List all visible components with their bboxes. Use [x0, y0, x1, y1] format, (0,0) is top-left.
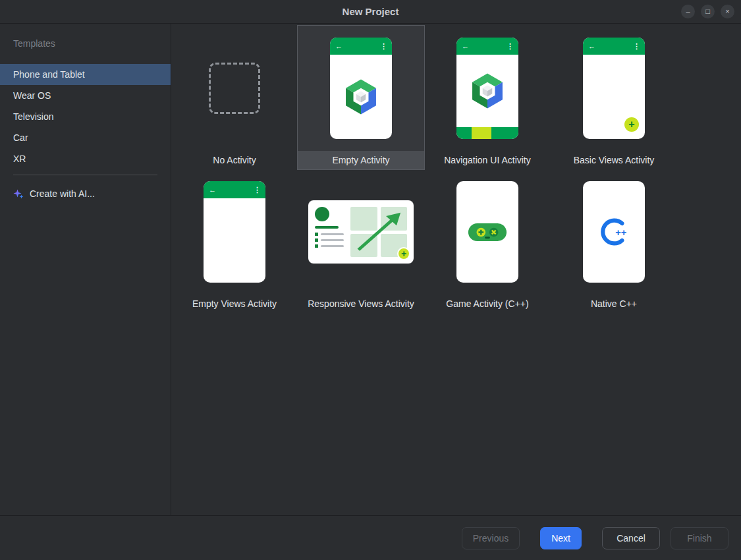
template-card-responsive-views-activity[interactable]: + Responsive Views Activity [298, 169, 424, 313]
template-label: Native C++ [551, 294, 677, 313]
template-label: Basic Views Activity [551, 151, 677, 169]
fab-plus-icon: + [397, 247, 410, 260]
list-bullet [315, 244, 318, 248]
basic-views-preview: ← ⋮ + [583, 38, 645, 139]
template-grid: No Activity ← ⋮ [171, 26, 741, 313]
template-card-empty-views-activity[interactable]: ← ⋮ Empty Views Activity [171, 169, 298, 313]
new-project-dialog: New Project – □ × Templates Phone and Ta… [0, 0, 741, 560]
titlebar[interactable]: New Project – □ × [0, 0, 741, 24]
list-title-line [315, 226, 339, 229]
template-label: Empty Activity [298, 151, 424, 169]
kebab-menu-icon: ⋮ [633, 42, 640, 51]
template-gallery: No Activity ← ⋮ [171, 24, 741, 515]
compose-logo-icon [468, 72, 507, 110]
back-arrow-icon: ← [335, 42, 343, 50]
sidebar-item-label: Car [13, 132, 28, 143]
sidebar-item-label: Television [13, 111, 53, 122]
sidebar-item-label: XR [13, 154, 26, 164]
sidebar-item-television[interactable]: Television [0, 106, 171, 127]
kebab-menu-icon: ⋮ [380, 42, 387, 51]
close-icon: × [725, 8, 729, 15]
sidebar-item-label: Wear OS [13, 90, 51, 101]
template-label: No Activity [171, 151, 298, 169]
responsive-views-preview: + [308, 200, 414, 264]
template-label: Empty Views Activity [171, 294, 298, 313]
sidebar-item-xr[interactable]: XR [0, 148, 171, 169]
template-card-empty-activity[interactable]: ← ⋮ [298, 26, 424, 169]
empty-activity-preview: ← ⋮ [330, 38, 392, 139]
bottom-nav-bar [456, 127, 518, 139]
template-label: Game Activity (C++) [424, 294, 551, 313]
template-card-basic-views-activity[interactable]: ← ⋮ + Basic Views Activity [551, 26, 677, 169]
close-button[interactable]: × [721, 5, 734, 18]
sidebar-item-wear-os[interactable]: Wear OS [0, 85, 171, 106]
fab-plus-icon: + [624, 117, 639, 132]
compose-logo-icon [342, 78, 380, 116]
no-activity-placeholder-icon [209, 63, 260, 114]
sidebar-divider [13, 175, 157, 175]
window-title: New Project [343, 6, 399, 17]
maximize-button[interactable]: □ [701, 5, 715, 18]
cancel-button[interactable]: Cancel [602, 527, 660, 549]
window-controls: – □ × [681, 5, 734, 18]
next-button[interactable]: Next [540, 527, 582, 549]
phone-header: ← ⋮ [583, 38, 645, 55]
back-arrow-icon: ← [462, 42, 469, 50]
minimize-button[interactable]: – [681, 5, 695, 18]
sidebar-item-car[interactable]: Car [0, 127, 171, 148]
back-arrow-icon: ← [588, 42, 595, 50]
template-label: Navigation UI Activity [424, 151, 551, 169]
sidebar-item-phone-and-tablet[interactable]: Phone and Tablet [0, 64, 171, 85]
nav-selected-segment [472, 127, 491, 139]
list-line [321, 233, 344, 235]
ai-sparkle-icon [13, 188, 24, 199]
phone-header: ← ⋮ [330, 38, 392, 55]
cpp-logo-icon: ++ [596, 214, 632, 250]
empty-views-preview: ← ⋮ [204, 181, 265, 283]
avatar-icon [315, 207, 329, 221]
templates-sidebar: Templates Phone and Tablet Wear OS Telev… [0, 24, 171, 515]
list-bullet [315, 233, 318, 236]
dialog-footer: Previous Next Cancel Finish [0, 515, 741, 560]
create-ai-label: Create with AI... [30, 188, 95, 199]
sidebar-item-label: Phone and Tablet [13, 69, 85, 80]
template-card-navigation-ui-activity[interactable]: ← ⋮ [424, 26, 551, 169]
template-card-native-cpp[interactable]: ++ Native C++ [551, 169, 677, 313]
sidebar-header: Templates [0, 33, 171, 54]
template-card-no-activity[interactable]: No Activity [171, 26, 298, 169]
kebab-menu-icon: ⋮ [254, 186, 260, 194]
previous-button[interactable]: Previous [462, 527, 520, 549]
responsive-list-pane [315, 207, 344, 257]
template-label: Responsive Views Activity [298, 294, 424, 313]
responsive-grid-pane: + [350, 207, 407, 257]
phone-header: ← ⋮ [204, 181, 265, 198]
maximize-icon: □ [705, 8, 710, 15]
list-bullet [315, 238, 318, 242]
sidebar-item-create-with-ai[interactable]: Create with AI... [0, 183, 171, 204]
gamepad-icon [467, 219, 508, 245]
list-line [321, 239, 344, 241]
game-activity-preview [456, 181, 518, 283]
list-line [321, 245, 344, 247]
phone-header: ← ⋮ [456, 38, 518, 55]
template-card-game-activity[interactable]: Game Activity (C++) [424, 169, 551, 313]
native-cpp-preview: ++ [583, 181, 645, 283]
dialog-content: Templates Phone and Tablet Wear OS Telev… [0, 24, 741, 515]
finish-button[interactable]: Finish [671, 527, 728, 549]
minimize-icon: – [686, 8, 690, 15]
kebab-menu-icon: ⋮ [507, 42, 513, 51]
back-arrow-icon: ← [209, 186, 216, 194]
svg-text:++: ++ [615, 227, 626, 238]
navigation-ui-preview: ← ⋮ [456, 38, 518, 139]
